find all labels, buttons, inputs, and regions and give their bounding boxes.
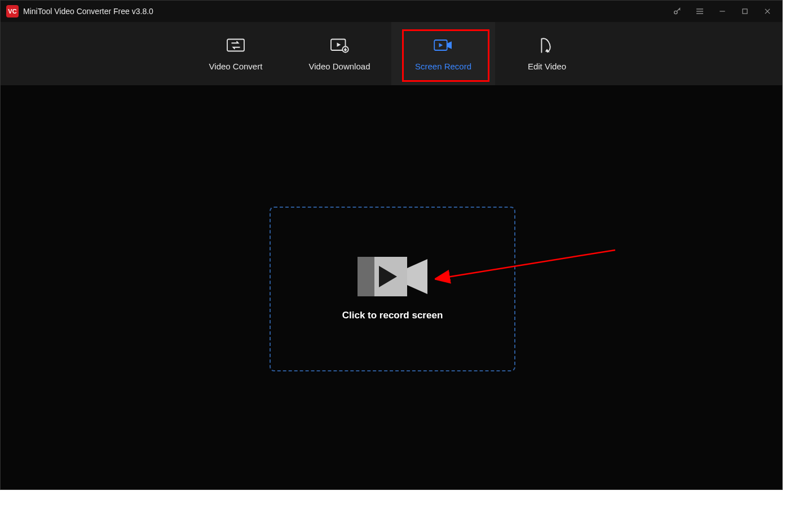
tab-edit-video[interactable]: Edit Video [495,22,599,85]
titlebar-left: VC MiniTool Video Converter Free v3.8.0 [6,5,153,17]
convert-icon [226,37,246,54]
titlebar: VC MiniTool Video Converter Free v3.8.0 [1,1,782,22]
tabs-row: Video Convert Video Download [1,22,782,85]
tab-screen-record[interactable]: Screen Record [391,22,495,85]
record-icon [433,37,453,54]
app-window: VC MiniTool Video Converter Free v3.8.0 [0,0,783,490]
svg-point-0 [674,11,677,14]
maximize-button[interactable] [740,7,749,16]
tab-label: Video Convert [209,62,263,71]
svg-rect-16 [358,257,374,296]
tab-label: Edit Video [528,62,566,71]
key-icon[interactable] [673,7,682,16]
record-dropzone[interactable]: Click to record screen [270,207,515,371]
hamburger-icon[interactable] [695,7,704,16]
titlebar-right [673,7,776,16]
tab-video-download[interactable]: Video Download [288,22,391,85]
app-title: MiniTool Video Converter Free v3.8.0 [23,7,153,16]
edit-icon [537,37,557,54]
svg-rect-5 [743,9,747,14]
svg-marker-18 [407,259,427,294]
tab-video-convert[interactable]: Video Convert [184,22,288,85]
tab-label: Screen Record [415,62,471,71]
dropzone-label: Click to record screen [342,310,443,321]
minimize-button[interactable] [718,7,727,16]
svg-marker-13 [439,43,443,47]
svg-marker-10 [337,42,341,47]
camera-icon [358,257,427,296]
download-icon [329,37,350,54]
app-logo: VC [6,5,19,17]
close-button[interactable] [763,7,772,16]
tab-label: Video Download [309,62,370,71]
svg-rect-8 [227,39,244,51]
